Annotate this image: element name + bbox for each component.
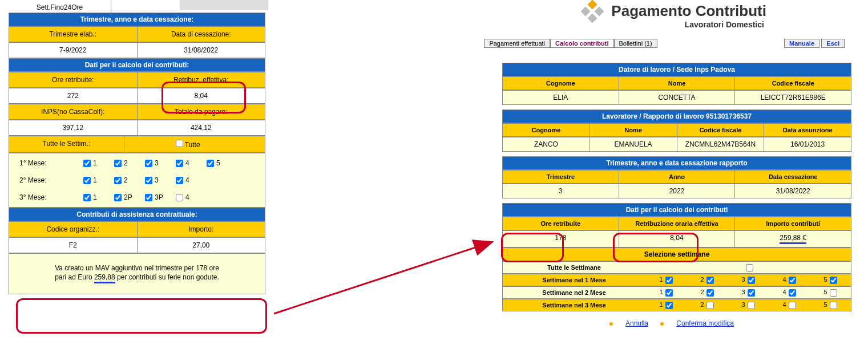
- header-calcolo: Dati per il calcolo dei contributi:: [9, 58, 265, 72]
- r-m1-wk4[interactable]: [789, 277, 796, 284]
- trim-col-trimestre: Trimestre: [503, 171, 619, 183]
- trim-elab-label: Trimestre elab.:: [9, 27, 138, 42]
- r-m1-wk2[interactable]: [706, 277, 714, 284]
- grey-box: [180, 0, 268, 10]
- m2-wk4[interactable]: [176, 177, 183, 184]
- retrib-effettiva-label: Retribuz. effettiva:: [138, 72, 265, 87]
- sel-m2-label: Settimane nel 2 Mese: [503, 287, 645, 298]
- svg-rect-3: [588, 14, 597, 23]
- datore-nome: CONCETTA: [619, 91, 736, 104]
- notice-line1: Va creato un MAV aggiuntivo nel trimestr…: [14, 264, 260, 272]
- m3-wk2[interactable]: [114, 194, 122, 201]
- totale-label: Totale da pagare:: [138, 104, 265, 119]
- data-cess-value: 31/08/2022: [138, 43, 265, 58]
- datore-col-cognome: Cognome: [503, 77, 619, 90]
- lav-col-data: Data assunzione: [764, 124, 851, 136]
- tutte-checkbox[interactable]: [176, 140, 183, 147]
- tab-bollettini[interactable]: Bollettini (1): [614, 39, 657, 48]
- codice-org-label: Codice organizz.:: [9, 222, 138, 237]
- manuale-link[interactable]: Manuale: [784, 39, 819, 48]
- trim-col-anno: Anno: [619, 171, 736, 183]
- right-panel: Pagamento Contributi Lavoratori Domestic…: [280, 0, 862, 48]
- mav-notice: Va creato un MAV aggiuntivo nel trimestr…: [9, 253, 265, 294]
- svg-rect-1: [581, 7, 591, 17]
- lav-col-nome: Nome: [590, 124, 677, 136]
- r-m3-wk2[interactable]: [706, 302, 714, 309]
- data-cess-label: Data di cessazione:: [138, 27, 265, 42]
- r-m1-wk5[interactable]: [830, 277, 837, 284]
- m3-wk4[interactable]: [176, 194, 183, 201]
- m3-wk3[interactable]: [145, 194, 152, 201]
- tab-calcolo[interactable]: Calcolo contributi: [550, 39, 614, 48]
- importo-value: 27,00: [138, 238, 265, 253]
- lav-col-cf: Codice fiscale: [677, 124, 765, 136]
- trim-col-cess: Data cessazione: [735, 171, 851, 183]
- mese3-label: 3° Mese:: [9, 193, 55, 201]
- datore-cf: LEICCT72R61E986E: [735, 91, 851, 104]
- trim-header: Trimestre, anno e data cessazione rappor…: [502, 156, 851, 170]
- totale-value: 424,12: [138, 120, 265, 135]
- tab-bar: Pagamenti effettuatiCalcolo contributiBo…: [280, 39, 862, 48]
- sel-m3-label: Settimane nel 3 Mese: [503, 299, 645, 311]
- r-m3-wk4[interactable]: [789, 302, 796, 309]
- lavoratore-header: Lavoratore / Rapporto di lavoro 95130173…: [502, 109, 851, 123]
- r-m2-wk4[interactable]: [789, 289, 796, 297]
- lav-cognome: ZANCO: [503, 137, 590, 151]
- calc-importo: 259,88 €: [735, 231, 851, 247]
- dot-icon: [660, 322, 664, 326]
- dot-icon: [609, 322, 613, 326]
- codice-org-value: F2: [9, 238, 138, 253]
- r-m2-wk1[interactable]: [665, 289, 673, 297]
- annotation-arrow: [268, 234, 502, 319]
- app-logo: Pagamento Contributi Lavoratori Domestic…: [576, 0, 766, 31]
- r-m3-wk1[interactable]: [665, 302, 673, 309]
- header-assistenza: Contributi di assistenza contrattuale:: [9, 208, 265, 221]
- m1-wk1[interactable]: [83, 160, 91, 167]
- r-m2-wk2[interactable]: [706, 289, 714, 297]
- tutte-text: Tutte: [185, 141, 200, 149]
- lav-nome: EMANUELA: [590, 137, 677, 151]
- esci-link[interactable]: Esci: [821, 39, 845, 48]
- trim-cess: 31/08/2022: [735, 184, 851, 198]
- lav-col-cognome: Cognome: [503, 124, 590, 136]
- calc-header: Dati per il calcolo dei contributi: [502, 203, 851, 217]
- notice-line2c: per contributi su ferie non godute.: [115, 273, 219, 281]
- m1-wk2[interactable]: [114, 160, 122, 167]
- highlight-notice: [16, 298, 267, 334]
- r-m3-wk5[interactable]: [830, 302, 837, 309]
- r-m2-wk3[interactable]: [748, 289, 755, 297]
- mese1-label: 1° Mese:: [9, 159, 55, 167]
- mese2-label: 2° Mese:: [9, 176, 55, 184]
- m2-wk3[interactable]: [145, 177, 152, 184]
- r-m1-wk1[interactable]: [665, 277, 673, 284]
- inps-value: 397,12: [9, 120, 138, 135]
- calc-ore: 178: [503, 231, 619, 247]
- ore-retribuite-label: Ore retribuite:: [9, 72, 138, 87]
- calc-col-importo: Importo contributi: [735, 217, 851, 230]
- svg-rect-0: [588, 0, 597, 9]
- notice-line2a: pari ad Euro: [55, 273, 94, 281]
- annulla-link[interactable]: Annulla: [625, 319, 648, 327]
- datore-cognome: ELIA: [503, 91, 619, 104]
- svg-rect-2: [595, 7, 604, 17]
- m1-wk5[interactable]: [207, 160, 214, 167]
- m1-wk4[interactable]: [176, 160, 183, 167]
- m1-wk3[interactable]: [145, 160, 152, 167]
- lav-data: 16/01/2013: [764, 137, 851, 151]
- inps-label: INPS(no CassaColf):: [9, 104, 138, 119]
- importo-label: Importo:: [138, 222, 265, 237]
- m2-wk1[interactable]: [83, 177, 91, 184]
- conferma-link[interactable]: Conferma modifica: [676, 319, 734, 327]
- datore-col-nome: Nome: [619, 77, 736, 90]
- tab-pagamenti[interactable]: Pagamenti effettuati: [484, 39, 550, 48]
- retrib-effettiva-value: 8,04: [138, 88, 265, 103]
- sel-tutte-chk[interactable]: [746, 264, 753, 271]
- logo-icon: [576, 0, 606, 31]
- m2-wk2[interactable]: [114, 177, 122, 184]
- r-m1-wk3[interactable]: [748, 277, 755, 284]
- r-m2-wk5[interactable]: [830, 289, 837, 297]
- tutte-settim-label: Tutte le Settim.:: [9, 136, 124, 152]
- left-panel: Sett.Fino24Ore Trimestre, anno e data ce…: [9, 0, 265, 294]
- r-m3-wk3[interactable]: [748, 302, 755, 309]
- m3-wk1[interactable]: [83, 194, 91, 201]
